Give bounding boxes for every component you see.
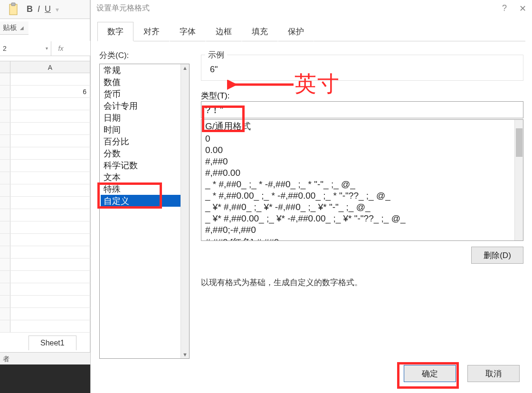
format-item[interactable]: #,##0;-#,##0: [203, 224, 523, 236]
underline-button[interactable]: U: [45, 4, 51, 14]
format-cells-dialog: 设置单元格格式 ? ✕ 数字 对齐 字体 边框 填充 保护 分类(C): 常规 …: [90, 0, 532, 393]
paste-icon[interactable]: [5, 1, 22, 18]
row-header[interactable]: [0, 296, 10, 307]
category-item-accounting[interactable]: 会计专用: [101, 100, 180, 112]
cell[interactable]: [10, 308, 90, 320]
category-listbox[interactable]: 常规 数值 货币 会计专用 日期 时间 百分比 分数 科学记数 文本 特殊 自定…: [99, 64, 190, 359]
cell[interactable]: [10, 197, 90, 209]
category-item-date[interactable]: 日期: [101, 112, 180, 124]
cell[interactable]: [10, 296, 90, 307]
row-header[interactable]: [0, 308, 10, 320]
format-item[interactable]: #,##0.00: [203, 167, 523, 179]
help-icon[interactable]: ?: [502, 3, 507, 14]
tab-number[interactable]: 数字: [97, 22, 133, 41]
cell[interactable]: [10, 172, 90, 184]
category-scrollbar[interactable]: ▲ ▼: [180, 64, 189, 358]
formula-bar-row: 2 ▾ fx: [0, 41, 90, 56]
row-header[interactable]: [0, 160, 10, 172]
row-header[interactable]: [0, 209, 10, 221]
format-item[interactable]: G/通用格式: [203, 120, 523, 133]
scroll-down-icon[interactable]: ▼: [182, 352, 188, 357]
row-header[interactable]: [0, 147, 10, 159]
cell[interactable]: [10, 160, 90, 172]
row-header[interactable]: [0, 234, 10, 246]
name-box[interactable]: 2 ▾: [0, 41, 51, 56]
format-item[interactable]: 0.00: [203, 144, 523, 156]
row-header[interactable]: [0, 197, 10, 209]
category-item-percentage[interactable]: 百分比: [101, 135, 180, 147]
clipboard-dialog-launcher[interactable]: ◢: [20, 25, 24, 30]
row-header[interactable]: [0, 184, 10, 196]
category-item-scientific[interactable]: 科学记数: [101, 159, 180, 171]
cell[interactable]: [10, 147, 90, 159]
select-all-corner[interactable]: [0, 61, 10, 73]
row-header[interactable]: [0, 98, 10, 110]
tab-border[interactable]: 边框: [206, 22, 242, 41]
cell[interactable]: [10, 234, 90, 246]
format-listbox[interactable]: G/通用格式 0 0.00 #,##0 #,##0.00 _ * #,##0_ …: [201, 119, 523, 241]
cell[interactable]: [10, 110, 90, 122]
row-header[interactable]: [0, 73, 10, 85]
format-item[interactable]: _ * #,##0.00_ ;_ * -#,##0.00_ ;_ * "-"??…: [203, 190, 523, 201]
row-header[interactable]: [0, 283, 10, 295]
category-item-special[interactable]: 特殊: [101, 183, 180, 195]
format-item[interactable]: _ ¥* #,##0_ ;_ ¥* -#,##0_ ;_ ¥* "-"_ ;_ …: [203, 201, 523, 213]
scroll-thumb[interactable]: [516, 128, 522, 157]
delete-button[interactable]: 删除(D): [471, 247, 523, 264]
row-header[interactable]: [0, 320, 10, 332]
format-item[interactable]: 0: [203, 133, 523, 144]
clipboard-label-text: 贴板: [3, 23, 17, 32]
tab-fill[interactable]: 填充: [242, 22, 278, 41]
row-header[interactable]: [0, 110, 10, 122]
cancel-button[interactable]: 取消: [467, 365, 520, 382]
row-header[interactable]: [0, 172, 10, 184]
bold-button[interactable]: B: [27, 4, 33, 14]
category-item-number[interactable]: 数值: [101, 76, 180, 88]
category-item-general[interactable]: 常规: [101, 64, 180, 76]
category-item-time[interactable]: 时间: [101, 124, 180, 135]
tab-font[interactable]: 字体: [170, 22, 206, 41]
tab-protection[interactable]: 保护: [278, 22, 314, 41]
sheet-tab[interactable]: Sheet1: [28, 335, 76, 350]
name-box-dropdown-icon[interactable]: ▾: [46, 46, 48, 51]
row-header[interactable]: [0, 246, 10, 258]
cell[interactable]: [10, 184, 90, 196]
close-icon[interactable]: ✕: [519, 3, 526, 14]
cell[interactable]: [10, 209, 90, 221]
format-item[interactable]: #,##0: [203, 156, 523, 167]
type-input[interactable]: [201, 101, 523, 118]
cell-a2[interactable]: 6: [10, 86, 90, 97]
clipboard-group-label: 贴板 ◢: [0, 21, 28, 35]
tab-alignment[interactable]: 对齐: [133, 22, 170, 41]
cell[interactable]: [10, 271, 90, 283]
cell[interactable]: [10, 283, 90, 295]
cell[interactable]: [10, 73, 90, 85]
format-item[interactable]: _ ¥* #,##0.00_ ;_ ¥* -#,##0.00_ ;_ ¥* "-…: [203, 213, 523, 224]
row-header[interactable]: [0, 259, 10, 270]
format-item[interactable]: #,##0;[红色]-#,##0: [203, 236, 523, 241]
cell[interactable]: [10, 246, 90, 258]
cell[interactable]: [10, 320, 90, 332]
row-header[interactable]: [0, 271, 10, 283]
column-header-a[interactable]: A: [10, 61, 90, 73]
italic-button[interactable]: I: [38, 4, 40, 14]
cell[interactable]: [10, 123, 90, 134]
format-scrollbar[interactable]: [514, 120, 523, 240]
category-item-currency[interactable]: 货币: [101, 88, 180, 100]
row-header[interactable]: [0, 123, 10, 134]
cell[interactable]: [10, 221, 90, 233]
cell[interactable]: [10, 135, 90, 147]
format-item[interactable]: _ * #,##0_ ;_ * -#,##0_ ;_ * "-"_ ;_ @_: [203, 179, 523, 190]
cell[interactable]: [10, 98, 90, 110]
row-header[interactable]: [0, 86, 10, 97]
row-header[interactable]: [0, 221, 10, 233]
row-header[interactable]: [0, 135, 10, 147]
name-box-value: 2: [3, 45, 7, 52]
category-item-fraction[interactable]: 分数: [101, 147, 180, 159]
category-item-text[interactable]: 文本: [101, 171, 180, 183]
scroll-up-icon[interactable]: ▲: [182, 65, 188, 71]
insert-function-button[interactable]: fx: [51, 45, 70, 52]
ok-button[interactable]: 确定: [404, 365, 456, 382]
category-item-custom[interactable]: 自定义: [101, 195, 180, 207]
cell[interactable]: [10, 259, 90, 270]
